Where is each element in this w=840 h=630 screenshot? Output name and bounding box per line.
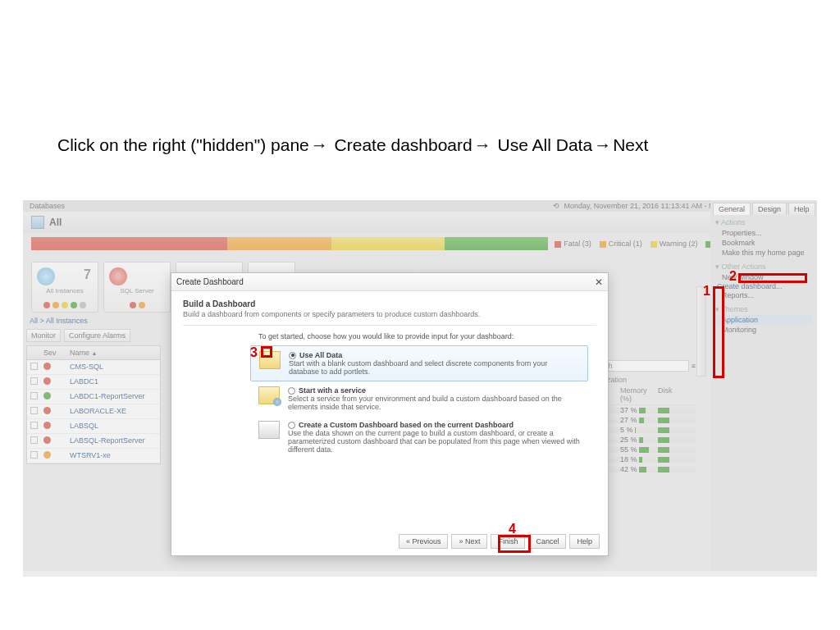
option-start-service[interactable]: Start with a service Select a service fr…	[183, 381, 596, 416]
col-sev[interactable]: Sev	[40, 346, 66, 359]
radio-icon	[289, 352, 296, 359]
topbar: Databases ⟲ Monday, November 21, 2016 11…	[23, 200, 817, 212]
sqlserver-icon	[109, 267, 127, 285]
callout-2: 2	[729, 269, 737, 284]
database-icon	[31, 216, 44, 229]
callout-4: 4	[509, 522, 516, 536]
table-row[interactable]: LABDC1-ReportServer	[27, 390, 160, 404]
legend-item[interactable]: Critical (1)	[600, 240, 642, 248]
option-current-dashboard[interactable]: Create a Custom Dashboard based on the c…	[183, 416, 596, 459]
legend-item[interactable]: Warning (2)	[651, 240, 698, 248]
table-row[interactable]: LABSQL-ReportServer	[27, 434, 160, 449]
action-homepage[interactable]: Make this my home page	[715, 248, 812, 258]
dialog-lead: To get started, choose how you would lik…	[183, 332, 596, 340]
action-create-dashboard[interactable]: Create dashboard...	[715, 282, 784, 290]
theme-application[interactable]: Application	[715, 315, 812, 325]
table-row[interactable]: CMS-SQL	[27, 360, 160, 375]
callout-1: 1	[703, 284, 710, 299]
action-bookmark[interactable]: Bookmark	[715, 238, 812, 248]
radio-icon	[288, 387, 295, 395]
page-title: All	[49, 217, 62, 228]
help-button[interactable]: Help	[569, 534, 600, 549]
hidden-pane-handle[interactable]	[696, 286, 706, 377]
monitor-button[interactable]: Monitor	[26, 329, 61, 342]
radio-icon	[288, 422, 295, 429]
create-dashboard-dialog: Create Dashboard ✕ Build a Dashboard Bui…	[171, 272, 609, 556]
status-bar	[31, 237, 548, 250]
dialog-subtitle: Build a dashboard from components or spe…	[183, 310, 596, 318]
tile-sql-server[interactable]: SQL Server	[103, 262, 171, 313]
action-properties[interactable]: Properties...	[715, 228, 812, 238]
table-row[interactable]: WTSRV1-xe	[27, 449, 160, 463]
col-name[interactable]: Name ▲	[66, 346, 160, 359]
tile-all-instances[interactable]: 7 All Instances	[31, 262, 98, 313]
close-icon[interactable]: ✕	[595, 276, 603, 288]
action-reports[interactable]: Reports...	[715, 290, 812, 300]
app-window: Databases ⟲ Monday, November 21, 2016 11…	[23, 200, 817, 571]
side-panel: General Design Help ▾ Actions Properties…	[710, 200, 817, 571]
cancel-button[interactable]: Cancel	[528, 534, 566, 549]
option-use-all-data[interactable]: Use All Data Start with a blank custom d…	[250, 345, 588, 381]
table-row[interactable]: LABSQL	[27, 419, 160, 434]
tab-design[interactable]: Design	[752, 203, 787, 215]
table-row[interactable]: LABORACLE-XE	[27, 404, 160, 419]
instances-icon	[37, 267, 55, 285]
left-pane: All > All Instances Monitor Configure Al…	[23, 314, 164, 577]
instruction-text: Click on the right ("hidden") pane→ Crea…	[57, 135, 648, 155]
dialog-heading: Build a Dashboard	[183, 299, 596, 308]
header-row: All	[23, 212, 817, 233]
legend-item[interactable]: Fatal (3)	[555, 240, 591, 248]
table-row[interactable]: LABDC1	[27, 375, 160, 390]
tab-general[interactable]: General	[713, 203, 751, 215]
next-button[interactable]: » Next	[451, 534, 487, 549]
topbar-title: Databases	[30, 202, 65, 210]
theme-monitoring[interactable]: Monitoring	[715, 325, 812, 335]
status-legend: Fatal (3)Critical (1)Warning (2)Normal (…	[23, 233, 817, 257]
folder-icon	[259, 351, 281, 369]
previous-button[interactable]: « Previous	[399, 534, 449, 549]
tab-help[interactable]: Help	[788, 203, 815, 215]
folder-gear-icon	[258, 386, 280, 404]
configure-alarms-button[interactable]: Configure Alarms	[64, 329, 130, 342]
callout-3: 3	[250, 345, 258, 360]
instances-table: Sev Name ▲ CMS-SQLLABDC1LABDC1-ReportSer…	[26, 345, 161, 464]
breadcrumb[interactable]: All > All Instances	[26, 314, 161, 327]
dashboard-icon	[258, 421, 280, 439]
dialog-title: Create Dashboard	[176, 277, 244, 286]
